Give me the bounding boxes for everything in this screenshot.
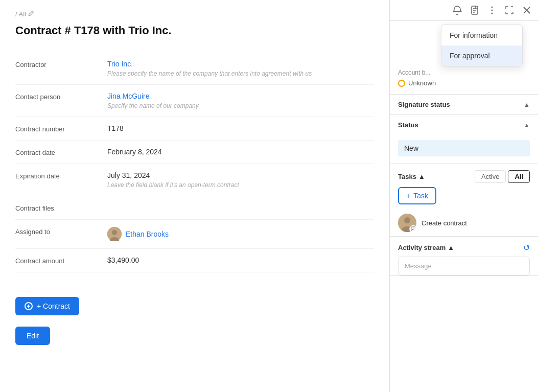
expiration-hint: Leave the field blank if it's an open-te… (107, 181, 374, 189)
dropdown-item-for-approval[interactable]: For approval (441, 45, 522, 66)
label-contractor: Contractor (15, 60, 107, 68)
message-placeholder: Message (405, 262, 432, 270)
field-contract-amount: Contract amount $3,490.00 (15, 249, 374, 272)
avatar-ethan (107, 227, 122, 241)
expand-icon[interactable] (504, 5, 514, 15)
message-input[interactable]: Message (398, 257, 530, 275)
toolbar (390, 0, 538, 21)
value-contact-person: Jina McGuire Specify the name of our com… (107, 92, 374, 109)
label-contact-person: Contact person (15, 92, 107, 101)
add-task-label: Task (413, 192, 428, 200)
tasks-chevron-icon: ▲ (418, 173, 425, 180)
contact-person-hint: Specify the name of our company (107, 102, 374, 109)
task-tab-all[interactable]: All (508, 170, 530, 183)
dropdown-item-for-information[interactable]: For information (441, 25, 522, 45)
tasks-header: Tasks ▲ Active All (390, 164, 538, 187)
breadcrumb-text: / All (15, 10, 26, 18)
task-name-create-contract: Create contract (422, 219, 467, 227)
task-tab-active[interactable]: Active (475, 170, 506, 183)
field-contractor: Contractor Trio Inc. Please specify the … (15, 53, 374, 85)
svg-point-9 (404, 217, 410, 223)
right-panel: For information For approval Account b..… (390, 0, 538, 392)
account-label: Account b... (398, 69, 530, 76)
field-contract-files: Contract files (15, 196, 374, 220)
field-contact-person: Contact person Jina McGuire Specify the … (15, 85, 374, 117)
bell-icon[interactable] (452, 5, 462, 15)
activity-chevron-icon: ▲ (448, 244, 454, 251)
fields-list: Contractor Trio Inc. Please specify the … (15, 53, 374, 272)
signature-label: Signature status (398, 101, 450, 108)
svg-point-7 (492, 13, 493, 14)
add-contract-button[interactable]: + Contract (15, 297, 79, 315)
value-contract-date: February 8, 2024 (107, 148, 374, 156)
add-contract-label: + Contract (37, 302, 70, 310)
tasks-section: Tasks ▲ Active All + Task (390, 164, 538, 237)
value-contract-number: T178 (107, 124, 374, 132)
signature-chevron-icon: ▲ (524, 101, 530, 108)
status-chevron-icon: ▲ (524, 122, 530, 129)
svg-point-5 (492, 7, 493, 8)
task-item-create-contract: Create contract (390, 210, 538, 236)
value-assigned-to: Ethan Brooks (107, 227, 374, 241)
account-status-text: Unknown (408, 79, 436, 87)
status-badge: New (398, 140, 530, 156)
status-section: Status ▲ New (390, 115, 538, 164)
label-contract-date: Contract date (15, 148, 107, 156)
more-options-icon[interactable] (487, 5, 497, 15)
edit-label: Edit (27, 332, 39, 340)
field-assigned-to: Assigned to Ethan Brooks (15, 220, 374, 249)
contractor-link[interactable]: Trio Inc. (107, 60, 133, 68)
plus-icon: + (406, 192, 410, 200)
label-expiration-date: Expiration date (15, 171, 107, 180)
account-section: Account b... Unknown (390, 62, 538, 95)
label-assigned-to: Assigned to (15, 227, 107, 236)
assigned-to-link[interactable]: Ethan Brooks (126, 230, 169, 238)
activity-header: Activity stream ▲ ↺ (390, 237, 538, 257)
signature-header[interactable]: Signature status ▲ (390, 95, 538, 114)
value-contract-amount: $3,490.00 (107, 256, 374, 264)
breadcrumb: / All (15, 10, 374, 18)
page-title: Contract # T178 with Trio Inc. (15, 24, 374, 37)
contractor-hint: Please specify the name of the company t… (107, 70, 374, 77)
svg-point-6 (492, 10, 493, 11)
signature-section: Signature status ▲ (390, 95, 538, 115)
pencil-icon[interactable] (28, 10, 34, 18)
refresh-icon[interactable]: ↺ (523, 243, 530, 252)
field-expiration-date: Expiration date July 31, 2024 Leave the … (15, 164, 374, 196)
label-contract-amount: Contract amount (15, 256, 107, 265)
label-contract-number: Contract number (15, 124, 107, 133)
field-contract-number: Contract number T178 (15, 117, 374, 141)
close-icon[interactable] (522, 5, 532, 15)
label-contract-files: Contract files (15, 203, 107, 212)
add-task-button[interactable]: + Task (398, 187, 436, 204)
account-status: Unknown (398, 79, 530, 87)
dropdown-menu: For information For approval (441, 25, 523, 66)
status-label: Status (398, 121, 418, 129)
task-tabs: Active All (475, 170, 530, 183)
main-panel: / All Contract # T178 with Trio Inc. Con… (0, 0, 390, 392)
value-expiration-date: July 31, 2024 Leave the field blank if i… (107, 171, 374, 189)
contact-person-link[interactable]: Jina McGuire (107, 92, 149, 100)
activity-section: Activity stream ▲ ↺ Message (390, 237, 538, 276)
status-header[interactable]: Status ▲ (390, 115, 538, 135)
task-avatar (398, 214, 416, 232)
status-box: New (390, 135, 538, 164)
activity-label[interactable]: Activity stream ▲ (398, 244, 454, 251)
document-icon[interactable] (470, 5, 480, 15)
svg-point-1 (112, 230, 117, 235)
edit-button[interactable]: Edit (15, 327, 50, 345)
field-contract-date: Contract date February 8, 2024 (15, 141, 374, 164)
status-dot-warning (398, 80, 405, 87)
value-contractor: Trio Inc. Please specify the name of the… (107, 60, 374, 77)
tasks-label[interactable]: Tasks ▲ (398, 173, 425, 180)
